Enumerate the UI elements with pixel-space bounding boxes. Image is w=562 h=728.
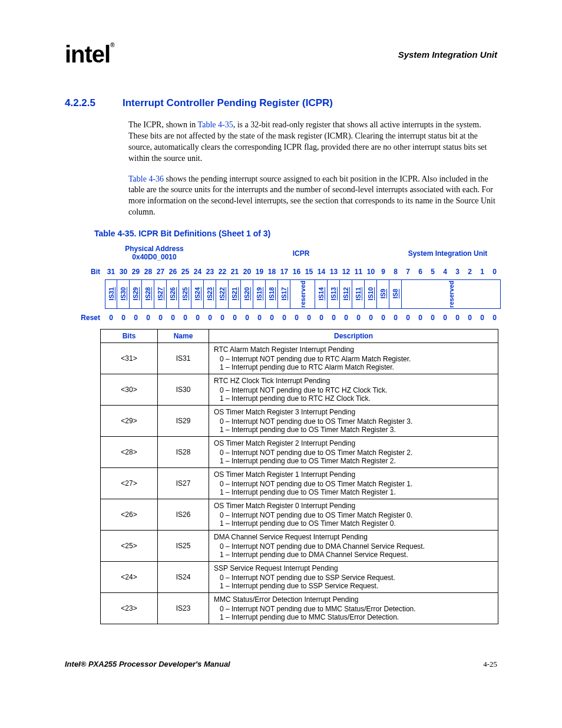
bit-number: 18 (266, 268, 278, 276)
bit-number: 26 (167, 268, 179, 276)
bit-name-cell[interactable]: IS13 (327, 279, 340, 309)
col-header-bits: Bits (101, 329, 158, 342)
bit-number: 30 (117, 268, 130, 276)
bit-number: 25 (179, 268, 191, 276)
bit-name-cell[interactable]: IS20 (240, 279, 253, 309)
bit-number: 29 (130, 268, 142, 276)
bit-name-cell[interactable]: IS25 (178, 279, 191, 309)
bit-name-cell[interactable]: IS31 (105, 279, 117, 309)
bit-name-cell[interactable]: IS24 (191, 279, 204, 309)
bit-number: 8 (389, 268, 402, 276)
bits-cell: <29> (101, 405, 158, 436)
reset-value: 0 (402, 314, 414, 322)
bit-name-cell[interactable]: IS19 (253, 279, 266, 309)
table-row: <23>IS23MMC Status/Error Detection Inter… (101, 592, 498, 624)
description-cell: RTC Alarm Match Register Interrupt Pendi… (209, 342, 498, 374)
bit-name-cell[interactable]: IS29 (129, 279, 142, 309)
reset-value: 0 (253, 314, 266, 322)
bit-name-cell[interactable]: IS23 (203, 279, 216, 309)
reset-value: 0 (229, 314, 241, 322)
reset-value: 0 (340, 314, 352, 322)
reset-value: 0 (328, 314, 340, 322)
bit-number: 1 (476, 268, 488, 276)
table-row: <29>IS29OS Timer Match Register 3 Interr… (101, 405, 498, 436)
bits-cell: <23> (101, 592, 158, 624)
bit-number: 21 (229, 268, 241, 276)
bits-cell: <31> (101, 342, 158, 374)
reset-value: 0 (278, 314, 290, 322)
bit-number: 31 (105, 268, 117, 276)
bit-name-cell[interactable]: IS17 (277, 279, 290, 309)
reset-value: 0 (154, 314, 167, 322)
xref-table-4-36[interactable]: Table 4-36 (128, 174, 164, 183)
physical-address-label: Physical Address (105, 245, 204, 253)
intel-logo: intel® (65, 41, 114, 68)
bit-name-cell[interactable]: IS28 (141, 279, 154, 309)
description-cell: OS Timer Match Register 1 Interrupt Pend… (209, 467, 498, 499)
description-cell: RTC HZ Clock Tick Interrupt Pending0 – I… (209, 374, 498, 405)
register-header-row: Physical Address 0x40D0_0010 ICPR System… (73, 245, 497, 262)
section-heading: 4.2.2.5 Interrupt Controller Pending Reg… (65, 97, 497, 109)
reset-value: 0 (117, 314, 130, 322)
bit-name-cell[interactable]: IS9 (376, 279, 389, 309)
bit-number: 11 (352, 268, 365, 276)
bit-number: 28 (142, 268, 154, 276)
bit-number: 12 (340, 268, 352, 276)
reset-value: 0 (216, 314, 229, 322)
manual-title: Intel® PXA255 Processor Developer's Manu… (65, 660, 230, 669)
bits-cell: <27> (101, 467, 158, 499)
bits-cell: <28> (101, 436, 158, 467)
reset-value: 0 (105, 314, 117, 322)
reset-value: 0 (476, 314, 488, 322)
reset-value: 0 (191, 314, 204, 322)
register-name: ICPR (204, 249, 398, 258)
bit-number: 5 (427, 268, 439, 276)
register-unit: System Integration Unit (398, 249, 497, 258)
bit-name-cell[interactable]: IS30 (117, 279, 130, 309)
reset-value: 0 (427, 314, 439, 322)
bit-name-cell[interactable]: IS14 (315, 279, 328, 309)
bit-number: 17 (278, 268, 290, 276)
bit-name-cell[interactable]: IS22 (216, 279, 229, 309)
bit-name-cell[interactable]: IS12 (339, 279, 352, 309)
reset-value: 0 (365, 314, 377, 322)
body-paragraph-2: Table 4-36 shows the pending interrupt s… (128, 174, 497, 219)
reset-value: 0 (389, 314, 402, 322)
bits-cell: <24> (101, 561, 158, 592)
name-cell: IS25 (158, 530, 209, 561)
bit-number: 20 (241, 268, 253, 276)
bit-name-cell[interactable]: IS27 (154, 279, 167, 309)
bit-name-cell[interactable]: IS26 (166, 279, 179, 309)
reset-value: 0 (130, 314, 142, 322)
bit-number: 19 (253, 268, 266, 276)
bits-cell: <30> (101, 374, 158, 405)
bit-name-cell[interactable]: IS21 (228, 279, 241, 309)
name-cell: IS26 (158, 499, 209, 530)
bit-name-cell[interactable]: IS11 (352, 279, 365, 309)
bit-name-cell[interactable]: IS18 (265, 279, 278, 309)
reset-value: 0 (204, 314, 216, 322)
bit-name-cell[interactable]: IS8 (389, 279, 402, 309)
table-row: <27>IS27OS Timer Match Register 1 Interr… (101, 467, 498, 499)
reset-value: 0 (290, 314, 303, 322)
bit-number: 6 (414, 268, 427, 276)
name-cell: IS27 (158, 467, 209, 499)
page-number: 4-25 (483, 660, 497, 669)
col-header-name: Name (158, 329, 209, 342)
table-row: <30>IS30RTC HZ Clock Tick Interrupt Pend… (101, 374, 498, 405)
bit-number: 4 (439, 268, 451, 276)
description-cell: OS Timer Match Register 0 Interrupt Pend… (209, 499, 498, 530)
bit-number: 24 (191, 268, 204, 276)
reset-value: 0 (352, 314, 365, 322)
xref-table-4-35[interactable]: Table 4-35 (198, 120, 233, 129)
body-paragraph-1: The ICPR, shown in Table 4-35, is a 32-b… (128, 120, 497, 164)
bit-name-cell[interactable]: IS10 (364, 279, 377, 309)
table-caption: Table 4-35. ICPR Bit Definitions (Sheet … (94, 229, 497, 238)
bit-number: 27 (154, 268, 167, 276)
name-cell: IS30 (158, 374, 209, 405)
heading-title: Interrupt Controller Pending Register (I… (123, 97, 333, 109)
bit-reserved-cell: reserved (401, 279, 501, 309)
reset-value: 0 (315, 314, 328, 322)
reset-value: 0 (303, 314, 315, 322)
name-cell: IS28 (158, 436, 209, 467)
